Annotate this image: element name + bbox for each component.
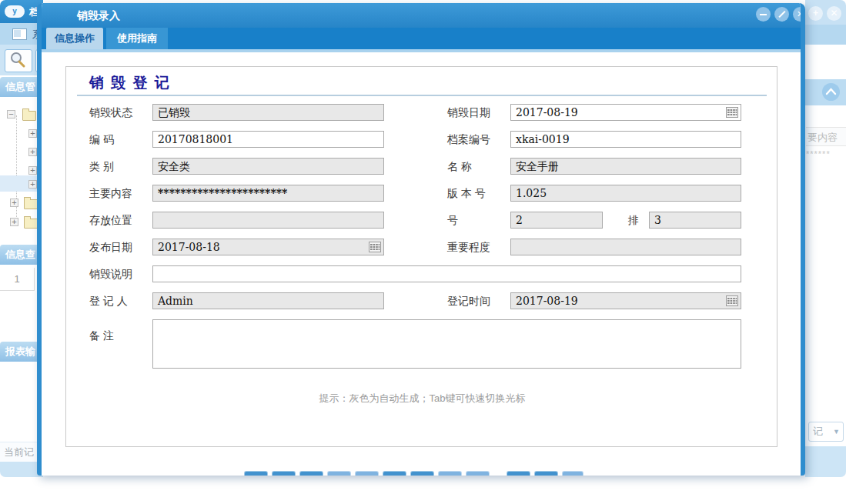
field-archive-no[interactable]: xkai-0019 xyxy=(510,131,741,148)
label-code: 编 码 xyxy=(89,133,114,147)
background-column-header: 要内容 xyxy=(806,127,846,146)
label-storage-location: 存放位置 xyxy=(89,214,132,228)
toolbar-button[interactable] xyxy=(244,471,268,476)
field-value: 安全类 xyxy=(158,160,190,172)
field-value: 安全手册 xyxy=(516,160,559,172)
expand-icon[interactable]: + xyxy=(10,199,18,207)
field-main-content[interactable]: *********************** xyxy=(152,185,384,202)
toolbar-button[interactable] xyxy=(438,471,462,476)
field-register-time[interactable]: 2017-08-19 xyxy=(510,292,741,309)
app-logo: y xyxy=(5,5,25,18)
record-dropdown[interactable]: 记 ▼ xyxy=(808,422,844,442)
restore-button[interactable] xyxy=(774,7,789,22)
calendar-icon[interactable] xyxy=(726,295,738,306)
close-icon[interactable]: ✕ xyxy=(827,6,841,21)
expand-icon[interactable]: + xyxy=(10,218,18,226)
label-destroy-date: 销毁日期 xyxy=(447,106,490,120)
toolbar-button[interactable] xyxy=(383,471,406,476)
collapse-icon[interactable]: − xyxy=(7,110,15,118)
toolbar-button[interactable] xyxy=(507,471,530,476)
form-hint: 提示：灰色为自动生成；Tab键可快速切换光标 xyxy=(66,392,778,406)
grid-row-number[interactable]: 1 xyxy=(0,268,35,291)
field-value: *********************** xyxy=(158,187,287,199)
expand-icon[interactable]: + xyxy=(28,166,37,175)
field-value: 3 xyxy=(654,214,661,226)
destruction-register-form: 销 毁 登 记 销毁状态 已销毁 销毁日期 2017-08-19 编 码 201… xyxy=(65,66,777,447)
label-destroy-status: 销毁状态 xyxy=(89,106,132,120)
field-destroy-date[interactable]: 2017-08-19 xyxy=(510,104,741,121)
label-main-content: 主要内容 xyxy=(89,187,132,201)
dialog-titlebar[interactable]: 销毁录入 ✕ xyxy=(42,3,801,28)
label-name: 名 称 xyxy=(447,160,472,174)
field-code[interactable]: 20170818001 xyxy=(152,131,384,148)
search-icon xyxy=(5,50,30,70)
plus-icon[interactable]: + xyxy=(808,6,823,21)
label-archive-no: 档案编号 xyxy=(447,133,490,147)
chevron-up-icon xyxy=(825,88,837,95)
field-value: 1.025 xyxy=(516,187,547,199)
field-category[interactable]: 安全类 xyxy=(152,158,384,175)
label-category: 类 别 xyxy=(89,160,114,174)
minimize-icon xyxy=(760,14,767,15)
field-destroy-status[interactable]: 已销毁 xyxy=(152,104,384,121)
calendar-icon[interactable] xyxy=(369,242,381,252)
toolbar-button[interactable] xyxy=(562,471,584,476)
toolbar-button[interactable] xyxy=(410,471,434,476)
label-number: 号 xyxy=(447,214,458,228)
field-storage-location[interactable] xyxy=(152,212,384,229)
field-value: 2 xyxy=(516,214,523,226)
chevron-down-icon: ▼ xyxy=(833,422,840,441)
tab-info-operation[interactable]: 信息操作 xyxy=(46,28,103,49)
folder-icon xyxy=(24,219,38,229)
bottom-toolbar xyxy=(244,471,606,476)
field-value: xkai-0019 xyxy=(516,133,570,145)
label-remarks: 备 注 xyxy=(89,329,114,343)
toolbar-button[interactable] xyxy=(534,471,558,476)
toolbar-button[interactable] xyxy=(327,471,351,476)
field-name[interactable]: 安全手册 xyxy=(510,158,741,175)
field-registrant[interactable]: Admin xyxy=(152,292,384,309)
expand-icon[interactable]: + xyxy=(28,148,37,156)
field-number[interactable]: 2 xyxy=(510,212,603,229)
toolbar-button[interactable] xyxy=(272,471,296,476)
expand-icon[interactable]: + xyxy=(28,180,37,189)
field-destroy-note[interactable] xyxy=(152,265,741,282)
search-button[interactable] xyxy=(5,49,32,72)
label-registrant: 登 记 人 xyxy=(89,295,128,309)
label-version: 版 本 号 xyxy=(447,187,486,201)
tab-user-guide[interactable]: 使用指南 xyxy=(106,28,168,49)
field-version[interactable]: 1.025 xyxy=(510,185,741,202)
field-publish-date[interactable]: 2017-08-18 xyxy=(152,239,384,255)
title-underline xyxy=(77,95,767,96)
dialog-body: 销 毁 登 记 销毁状态 已销毁 销毁日期 2017-08-19 编 码 201… xyxy=(42,49,801,476)
minimize-button[interactable] xyxy=(756,7,771,22)
folder-icon xyxy=(24,199,38,209)
window-icon xyxy=(12,28,27,40)
field-value: 20170818001 xyxy=(158,133,233,145)
expand-icon[interactable]: + xyxy=(28,129,37,138)
field-value: 2017-08-19 xyxy=(516,295,578,307)
calendar-icon[interactable] xyxy=(726,107,738,118)
collapse-panel-button[interactable] xyxy=(822,83,840,101)
destruction-entry-dialog: 销毁录入 ✕ 信息操作 使用指南 销 毁 登 记 销毁状态 已销毁 销毁日期 2… xyxy=(37,3,805,476)
label-row: 排 xyxy=(628,214,639,228)
tree-guide-line xyxy=(16,115,18,223)
close-icon: ✕ xyxy=(793,7,805,22)
background-right-bottom xyxy=(805,446,846,477)
folder-open-icon xyxy=(22,111,36,121)
label-register-time: 登记时间 xyxy=(447,295,490,309)
toolbar-button[interactable] xyxy=(355,471,379,476)
close-button[interactable]: ✕ xyxy=(793,7,805,22)
field-importance[interactable] xyxy=(510,239,741,255)
circle-slash-icon xyxy=(778,11,785,18)
toolbar-button[interactable] xyxy=(299,471,323,476)
dialog-tabbar: 信息操作 使用指南 xyxy=(42,28,801,49)
field-value: Admin xyxy=(158,295,193,307)
field-value: 2017-08-19 xyxy=(516,106,578,118)
background-masked-value: ****** xyxy=(806,149,831,159)
field-row[interactable]: 3 xyxy=(649,212,741,229)
toolbar-button[interactable] xyxy=(466,471,490,476)
background-right-band xyxy=(805,25,846,45)
field-remarks[interactable] xyxy=(152,319,741,369)
dialog-title: 销毁录入 xyxy=(77,9,120,23)
